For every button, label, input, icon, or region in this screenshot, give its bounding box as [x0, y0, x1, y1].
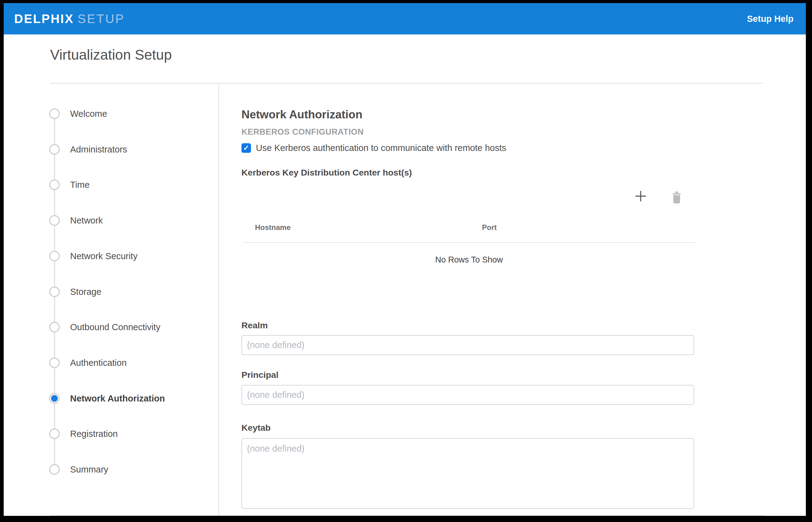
table-column-port: Port — [482, 223, 497, 232]
sidebar-item-label: Registration — [70, 429, 118, 439]
sidebar-item-label: Network Security — [70, 251, 138, 261]
principal-input[interactable] — [241, 385, 694, 405]
step-circle-active-icon — [49, 393, 60, 404]
setup-window: DELPHIX SETUP Setup Help Virtualization … — [4, 3, 806, 516]
keytab-label: Keytab — [241, 423, 271, 433]
sidebar-item-label: Outbound Connectivity — [70, 322, 160, 332]
sidebar-item-authentication[interactable]: Authentication — [4, 355, 216, 371]
use-kerberos-checkbox[interactable]: ✓ — [241, 143, 251, 153]
checkmark-icon: ✓ — [243, 144, 249, 152]
sidebar-item-welcome[interactable]: Welcome — [4, 106, 216, 122]
sidebar-main-divider — [218, 83, 219, 515]
sidebar-item-storage[interactable]: Storage — [4, 284, 216, 300]
plus-icon — [635, 190, 647, 202]
step-circle-icon — [49, 215, 60, 226]
step-circle-icon — [49, 251, 60, 261]
sidebar-item-summary[interactable]: Summary — [4, 461, 216, 477]
sidebar-item-label: Welcome — [70, 109, 107, 119]
content-heading: Network Authorization — [241, 108, 362, 121]
sidebar-item-label: Storage — [70, 287, 101, 297]
trash-icon — [671, 192, 682, 204]
setup-stepper: Welcome Administrators Time Network Netw… — [4, 3, 218, 516]
keytab-textarea[interactable] — [241, 438, 694, 509]
step-circle-icon — [49, 428, 60, 439]
step-circle-icon — [49, 144, 60, 155]
use-kerberos-checkbox-row: ✓ Use Kerberos authentication to communi… — [241, 143, 506, 153]
realm-input[interactable] — [241, 335, 694, 355]
sidebar-item-label: Network — [70, 216, 103, 226]
step-circle-icon — [49, 286, 60, 297]
step-circle-icon — [49, 180, 60, 190]
step-circle-icon — [49, 464, 60, 475]
sidebar-item-label: Authentication — [70, 358, 127, 368]
sidebar-item-network-authorization[interactable]: Network Authorization — [4, 390, 216, 406]
step-circle-icon — [49, 358, 60, 368]
setup-help-link[interactable]: Setup Help — [747, 3, 794, 35]
kerberos-configuration-subheading: KERBEROS CONFIGURATION — [241, 127, 364, 137]
step-circle-icon — [49, 108, 60, 119]
add-kdc-host-button[interactable] — [634, 189, 648, 203]
principal-label: Principal — [241, 370, 278, 380]
sidebar-item-registration[interactable]: Registration — [4, 426, 216, 442]
screenshot-frame: DELPHIX SETUP Setup Help Virtualization … — [0, 0, 812, 522]
table-column-hostname: Hostname — [255, 223, 291, 232]
sidebar-item-outbound-connectivity[interactable]: Outbound Connectivity — [4, 319, 216, 335]
sidebar-item-time[interactable]: Time — [4, 177, 216, 193]
sidebar-item-label: Administrators — [70, 144, 127, 155]
sidebar-item-network[interactable]: Network — [4, 213, 216, 228]
sidebar-item-network-security[interactable]: Network Security — [4, 248, 216, 264]
sidebar-item-administrators[interactable]: Administrators — [4, 141, 216, 157]
realm-label: Realm — [241, 320, 268, 330]
table-header-divider — [243, 242, 695, 243]
sidebar-item-label: Summary — [70, 464, 108, 475]
sidebar-item-label: Time — [70, 180, 90, 190]
use-kerberos-checkbox-label: Use Kerberos authentication to communica… — [256, 143, 506, 153]
step-circle-icon — [49, 322, 60, 332]
kdc-hosts-label: Kerberos Key Distribution Center host(s) — [241, 167, 412, 178]
delete-kdc-host-button[interactable] — [670, 191, 684, 204]
sidebar-item-label: Network Authorization — [70, 394, 165, 404]
table-empty-message: No Rows To Show — [243, 255, 695, 265]
